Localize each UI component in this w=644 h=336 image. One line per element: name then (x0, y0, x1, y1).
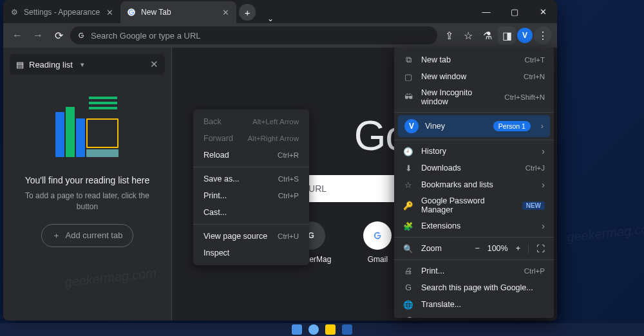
reading-list-heading: You'll find your reading list here (10, 175, 165, 185)
menu-zoom: 🔍 Zoom − 100% + ⛶ (394, 240, 554, 257)
tab-settings[interactable]: ⚙ Settings - Appearance ✕ (3, 1, 120, 23)
taskbar-item[interactable] (325, 324, 336, 335)
ctx-back[interactable]: BackAlt+Left Arrow (193, 113, 309, 130)
menu-bookmarks[interactable]: ☆Bookmarks and lists (394, 176, 554, 193)
ctx-reload[interactable]: ReloadCtrl+R (193, 147, 309, 163)
menu-extensions[interactable]: 🧩Extensions (394, 218, 554, 234)
find-icon: 🔎 (403, 317, 413, 319)
separator (193, 224, 309, 225)
labs-icon[interactable]: ⚗ (478, 26, 497, 44)
side-panel-title: Reading list (29, 60, 73, 70)
menu-password-manager[interactable]: 🔑Google Password ManagerNEW (394, 193, 554, 218)
menu-profile[interactable]: V Viney Person 1 › (398, 115, 550, 137)
toolbar: ← → ⟳ Search Google or type a URL ⇪ ☆ ⚗ … (3, 23, 557, 48)
side-panel-icon[interactable]: ◨ (498, 26, 516, 44)
ctx-forward[interactable]: ForwardAlt+Right Arrow (193, 130, 309, 147)
address-bar[interactable]: Search Google or type a URL (70, 26, 437, 44)
menu-print[interactable]: 🖨Print...Ctrl+P (394, 263, 554, 279)
new-badge: NEW (522, 201, 545, 210)
context-menu: BackAlt+Left Arrow ForwardAlt+Right Arro… (193, 109, 309, 265)
reload-button[interactable]: ⟳ (50, 26, 68, 44)
separator (394, 112, 554, 113)
zoom-label: Zoom (421, 244, 442, 253)
tab-label: Settings - Appearance (24, 8, 100, 17)
chrome-main-menu: ⧉New tabCtrl+T ▢New windowCtrl+N 🕶New In… (394, 48, 554, 318)
menu-incognito[interactable]: 🕶New Incognito windowCtrl+Shift+N (394, 85, 554, 109)
close-window-button[interactable]: ✕ (529, 0, 557, 23)
google-g-icon: G (403, 283, 413, 292)
side-panel-selector[interactable]: ▤ Reading list ▾ ✕ (10, 54, 165, 75)
separator (394, 140, 554, 140)
ctx-inspect[interactable]: Inspect (193, 245, 309, 261)
incognito-icon: 🕶 (403, 93, 413, 102)
menu-new-tab[interactable]: ⧉New tabCtrl+T (394, 51, 554, 68)
menu-downloads[interactable]: ⬇DownloadsCtrl+J (394, 160, 554, 176)
close-icon[interactable]: ✕ (150, 59, 158, 70)
menu-history[interactable]: 🕘History (394, 143, 554, 160)
shortcut-label: Gmail (368, 255, 388, 264)
key-icon: 🔑 (403, 201, 413, 210)
tab-label: New Tab (141, 8, 171, 17)
avatar-icon: V (404, 119, 419, 133)
profile-avatar[interactable]: V (517, 28, 533, 43)
ctx-view-source[interactable]: View page sourceCtrl+U (193, 228, 309, 245)
gear-icon: ⚙ (10, 8, 19, 17)
taskbar-item[interactable] (308, 324, 319, 335)
window-controls: ― ▢ ✕ (472, 0, 557, 23)
fullscreen-button[interactable]: ⛶ (536, 244, 545, 254)
chevron-down-icon: ▾ (80, 61, 84, 69)
translate-icon: 🌐 (403, 300, 413, 310)
separator (394, 259, 554, 260)
print-icon: 🖨 (403, 266, 413, 275)
bookmark-star-icon: ☆ (403, 180, 413, 190)
profile-name: Viney (425, 122, 445, 131)
tab-search-button[interactable]: ⌄ (260, 14, 281, 23)
new-tab-icon: ⧉ (403, 55, 413, 65)
ctx-cast[interactable]: Cast... (193, 204, 309, 221)
maximize-button[interactable]: ▢ (500, 0, 529, 23)
zoom-icon: 🔍 (403, 244, 413, 254)
menu-new-window[interactable]: ▢New windowCtrl+N (394, 68, 554, 85)
ctx-print[interactable]: Print...Ctrl+P (193, 187, 309, 204)
new-tab-button[interactable]: + (239, 4, 256, 21)
forward-button[interactable]: → (29, 26, 47, 44)
zoom-in-button[interactable]: + (516, 244, 520, 253)
ctx-save-as[interactable]: Save as...Ctrl+S (193, 171, 309, 187)
close-icon[interactable]: ✕ (105, 8, 114, 17)
share-icon[interactable]: ⇪ (440, 26, 458, 44)
bookmark-star-icon[interactable]: ☆ (459, 26, 477, 44)
side-panel: ▤ Reading list ▾ ✕ You'll find your read… (3, 48, 172, 321)
new-window-icon: ▢ (403, 72, 413, 82)
extensions-icon: 🧩 (403, 221, 413, 231)
menu-search-page[interactable]: GSearch this page with Google... (394, 279, 554, 296)
shortcut-icon (363, 221, 392, 250)
profile-badge: Person 1 (493, 121, 531, 131)
reading-list-subtext: To add a page to read later, click the b… (10, 191, 165, 212)
zoom-out-button[interactable]: − (475, 244, 479, 253)
reading-list-icon: ▤ (16, 60, 24, 70)
tab-strip: ⚙ Settings - Appearance ✕ New Tab ✕ + ⌄ … (3, 0, 557, 23)
google-g-icon (77, 31, 86, 40)
history-icon: 🕘 (403, 147, 413, 156)
plus-icon: ＋ (52, 230, 61, 241)
close-icon[interactable]: ✕ (221, 8, 230, 17)
add-current-tab-button[interactable]: ＋ Add current tab (41, 224, 134, 247)
separator (394, 237, 554, 238)
zoom-value: 100% (488, 244, 508, 253)
watermark: geekermag.com (566, 221, 644, 245)
downloads-icon: ⬇ (403, 163, 413, 173)
omnibox-placeholder: Search Google or type a URL (91, 31, 201, 41)
windows-taskbar[interactable] (0, 323, 644, 336)
google-icon (127, 8, 136, 17)
separator (193, 167, 309, 167)
tab-new-tab[interactable]: New Tab ✕ (120, 1, 236, 23)
start-button[interactable] (292, 324, 302, 335)
menu-find-edit[interactable]: 🔎Find and edit (394, 313, 554, 318)
menu-translate[interactable]: 🌐Translate... (394, 296, 554, 313)
back-button[interactable]: ← (8, 26, 26, 44)
chrome-menu-button[interactable]: ⋮ (534, 26, 552, 44)
shortcut-gmail[interactable]: Gmail (363, 221, 392, 264)
minimize-button[interactable]: ― (472, 0, 500, 23)
button-label: Add current tab (66, 230, 123, 240)
taskbar-item[interactable] (342, 324, 352, 335)
